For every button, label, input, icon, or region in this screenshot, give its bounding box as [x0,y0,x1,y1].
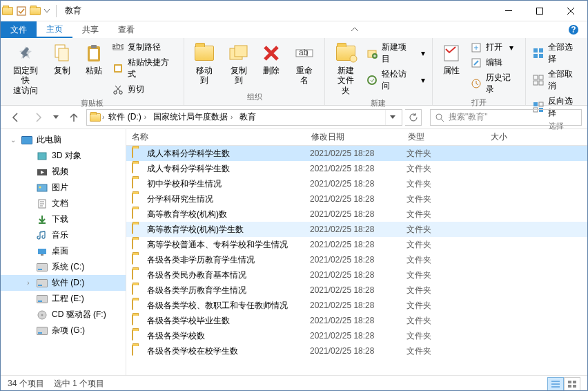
file-type: 文件夹 [406,178,489,190]
delete-button[interactable]: 删除 [257,41,286,77]
expand-icon[interactable]: ⌄ [9,136,17,144]
tab-file[interactable]: 文件 [1,21,37,38]
tree-item[interactable]: CD 驱动器 (F:) [1,307,126,323]
ribbon-group-open: 属性 打开▾ 编辑 历史记录 打开 [433,38,526,105]
tree-item[interactable]: 系统 (C:) [1,259,126,275]
nav-tree[interactable]: ⌄ 此电脑 3D 对象视频图片文档下载音乐桌面系统 (C:)›软件 (D:)工程… [1,129,126,375]
view-icons-button[interactable] [564,377,580,391]
titlebar: 教育 [1,1,587,21]
svg-rect-48 [38,249,46,254]
file-row[interactable]: 高等教育学校(机构)数2021/02/25 18:28文件夹 [126,207,587,222]
svg-point-21 [350,55,357,62]
file-row[interactable]: 各级各类学校在校学生数2021/02/25 18:28文件夹 [126,343,587,359]
folder-icon [132,345,143,356]
ribbon-collapse-icon[interactable] [348,21,362,38]
file-type: 文件夹 [406,269,489,281]
recent-dropdown[interactable] [50,108,61,126]
file-row[interactable]: 各级各类学校、教职工和专任教师情况2021/02/25 18:28文件夹 [126,298,587,313]
breadcrumb-segment[interactable]: 国家统计局年度数据› [150,111,235,123]
file-date: 2021/02/25 18:28 [310,179,406,189]
tree-item[interactable]: 音乐 [1,227,126,243]
col-type[interactable]: 类型 [402,131,485,143]
moveto-button[interactable]: 移动到 [188,41,221,87]
breadcrumb-segment[interactable]: 教育 [237,111,259,123]
tree-item[interactable]: ›软件 (D:) [1,275,126,291]
file-row[interactable]: 各级各类学历教育学生情况2021/02/25 18:28文件夹 [126,283,587,298]
svg-point-41 [436,114,442,120]
copy-button[interactable]: 复制 [47,41,77,77]
tree-item[interactable]: 视频 [1,164,126,180]
tree-item[interactable]: 杂项 (G:) [1,323,126,338]
file-date: 2021/02/25 18:28 [310,194,406,204]
file-row[interactable]: 成人本科分学科学生数2021/02/25 18:28文件夹 [126,146,587,161]
pasteshortcut-button[interactable]: 粘贴快捷方式 [110,56,179,81]
edit-button[interactable]: 编辑 [468,56,521,69]
col-size[interactable]: 大小 [485,131,587,143]
pin-button[interactable]: 固定到快 速访问 [5,41,46,97]
file-row[interactable]: 各级各类学校数2021/02/25 18:28文件夹 [126,328,587,343]
newfolder-button[interactable]: 新建 文件夹 [329,41,362,97]
selectall-button[interactable]: 全部选择 [530,41,583,66]
file-row[interactable]: 初中学校和学生情况2021/02/25 18:28文件夹 [126,176,587,191]
svg-rect-36 [539,81,543,85]
file-row[interactable]: 高等教育学校(机构)学生数2021/02/25 18:28文件夹 [126,222,587,237]
col-name[interactable]: 名称 [126,131,306,143]
easyaccess-button[interactable]: 轻松访问▾ [364,68,428,93]
tree-item[interactable]: 3D 对象 [1,148,126,164]
file-list[interactable]: 成人本科分学科学生数2021/02/25 18:28文件夹成人专科分学科学生数2… [126,146,587,375]
svg-rect-30 [539,48,543,53]
file-name: 各级各类非学历教育学生情况 [147,254,310,266]
newitem-button[interactable]: 新建项目▾ [364,41,428,66]
properties-button[interactable]: 属性 [437,41,467,77]
close-button[interactable] [555,1,586,21]
chevron-right-icon[interactable]: › [102,113,104,121]
forward-button[interactable] [28,108,48,126]
history-button[interactable]: 历史记录 [468,71,521,96]
tree-item[interactable]: 文档 [1,196,126,211]
file-row[interactable]: 各级各类非学历教育学生情况2021/02/25 18:28文件夹 [126,252,587,267]
expand-icon[interactable]: › [24,279,32,287]
rename-button[interactable]: ab 重命名 [288,41,320,87]
file-type: 文件夹 [406,300,489,312]
up-button[interactable] [64,108,84,126]
cut-button[interactable]: 剪切 [110,83,179,96]
col-date[interactable]: 修改日期 [306,131,402,143]
file-date: 2021/02/25 18:28 [310,255,406,265]
copyto-button[interactable]: 复制到 [222,41,255,87]
newitem-icon [366,48,378,59]
svg-rect-33 [533,75,538,79]
file-row[interactable]: 各级各类民办教育基本情况2021/02/25 18:28文件夹 [126,267,587,283]
folder-icon[interactable] [30,6,41,17]
search-input[interactable]: 搜索"教育" [430,109,582,126]
svg-rect-6 [59,48,68,61]
qat-properties-icon[interactable] [16,6,27,17]
breadcrumb[interactable]: › 软件 (D:)› 国家统计局年度数据› 教育 [86,109,402,126]
file-name: 各级各类民办教育基本情况 [147,269,310,281]
tree-item[interactable]: 工程 (E:) [1,291,126,307]
tab-view[interactable]: 查看 [108,21,144,38]
tree-thispc[interactable]: ⌄ 此电脑 [1,132,126,148]
file-row[interactable]: 各级各类学校毕业生数2021/02/25 18:28文件夹 [126,313,587,328]
tree-item[interactable]: 图片 [1,180,126,196]
view-details-button[interactable] [547,377,564,391]
tab-share[interactable]: 共享 [72,21,108,38]
maximize-button[interactable] [524,1,555,21]
open-button[interactable]: 打开▾ [468,41,521,54]
breadcrumb-segment[interactable]: 软件 (D:)› [106,111,149,123]
copypath-button[interactable]: abc复制路径 [110,41,179,54]
minimize-button[interactable] [493,1,524,21]
file-row[interactable]: 成人专科分学科学生数2021/02/25 18:28文件夹 [126,161,587,176]
file-row[interactable]: 高等学校普通本、专科学校和学生情况2021/02/25 18:28文件夹 [126,237,587,252]
tree-item[interactable]: 桌面 [1,243,126,259]
qat-dropdown-icon[interactable] [43,6,50,17]
tree-item[interactable]: 下载 [1,211,126,227]
tab-home[interactable]: 主页 [37,21,72,38]
breadcrumb-dropdown[interactable] [385,110,399,125]
help-icon[interactable]: ? [565,21,582,38]
folder-icon [90,112,101,123]
selectnone-button[interactable]: 全部取消 [530,68,583,93]
back-button[interactable] [6,108,26,126]
paste-button[interactable]: 粘贴 [79,41,109,77]
file-row[interactable]: 分学科研究生情况2021/02/25 18:28文件夹 [126,191,587,207]
refresh-button[interactable] [405,109,422,126]
